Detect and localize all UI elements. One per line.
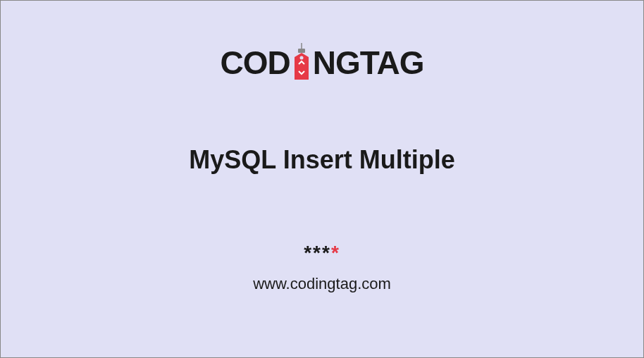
page-title: MySQL Insert Multiple — [189, 145, 454, 175]
logo-text-after: NGTAG — [313, 44, 424, 82]
logo: COD NGTAG — [221, 43, 424, 82]
document-container: COD NGTAG MySQL Insert Multiple **** www… — [1, 1, 643, 357]
stars-red: * — [331, 242, 340, 264]
tag-icon — [291, 43, 312, 82]
svg-point-2 — [299, 56, 303, 60]
website-url: www.codingtag.com — [253, 275, 391, 293]
logo-text-before: COD — [221, 44, 290, 82]
decorative-stars: **** — [304, 242, 340, 264]
svg-rect-1 — [298, 49, 305, 53]
stars-black: *** — [304, 242, 331, 264]
logo-text: COD NGTAG — [221, 43, 424, 82]
